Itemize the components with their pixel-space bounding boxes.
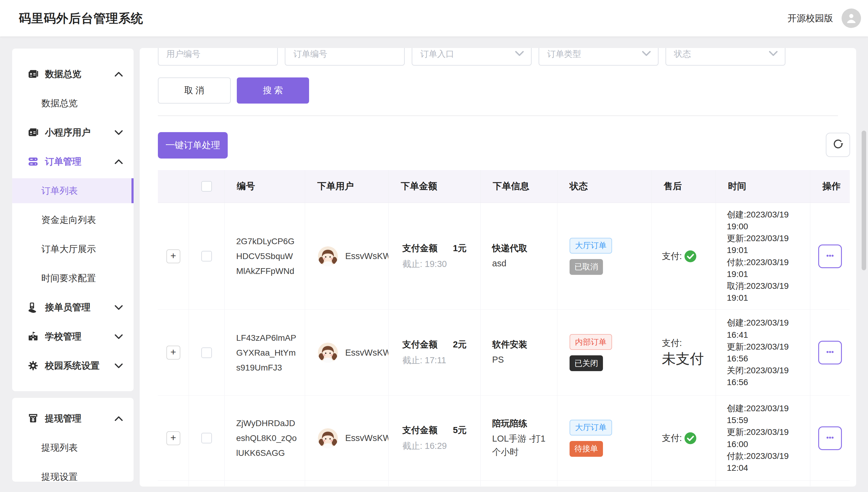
order-type-select[interactable]: 订单类型 [539,48,659,66]
sidebar-group-0[interactable]: 提现管理 [12,404,134,433]
order-id-input[interactable] [285,48,404,65]
row-checkbox[interactable] [201,433,212,443]
row-checkbox[interactable] [201,347,212,358]
info-desc: LOL手游 -打1个小时 [492,432,548,459]
atm-icon [27,413,39,424]
select-all-checkbox[interactable] [201,181,212,192]
more-actions-button[interactable] [818,341,842,365]
sidebar-item-label: 时间要求配置 [41,272,96,285]
order-info-cell: 软件安装 PS [481,310,557,396]
action-cell [810,396,850,481]
user-name: EssvWsKW [345,433,389,443]
sidebar-group-label: 小程序用户 [45,126,91,139]
user-id-input[interactable] [158,48,277,65]
scrollbar-thumb[interactable] [862,130,866,270]
sidebar-item-1[interactable]: 提现列表 [12,433,134,462]
expand-row-button[interactable]: + [167,249,180,263]
select-placeholder: 状态 [674,48,691,60]
partial-cell [652,481,716,486]
sidebar-item-7[interactable]: 时间要求配置 [12,264,134,293]
select-placeholder: 订单入口 [420,48,454,60]
aftersale-label: 支付: [662,432,682,444]
select-placeholder: 订单类型 [547,48,581,60]
order-amount-cell: 支付金额5元 截止: 16:29 [389,396,481,481]
more-actions-button[interactable] [818,245,842,268]
user-avatar[interactable] [842,8,861,28]
order-id-cell: 2G7kDLyCP6GHDCV5SbquWMlAkZFFpWNd [225,203,305,310]
expand-cell: + [158,310,189,396]
status-tag: 已关闭 [569,355,603,371]
time-entry: 创建:2023/03/19 19:00 [727,208,803,232]
amount-value: 1元 [453,242,467,254]
sidebar-group-10[interactable]: 校园系统设置 [12,351,134,380]
person-icon [845,11,858,25]
school-icon [27,331,39,342]
action-cell [810,203,850,310]
time-entry: 付款:2023/03/19 12:04 [727,450,803,474]
order-user-cell: EssvWsKW [305,310,389,396]
sidebar-withdraw: 提现管理 提现列表 提现设置 [12,398,134,482]
row-checkbox[interactable] [201,251,212,262]
more-icon [824,249,837,263]
avatar-girl-icon [318,246,338,266]
aftersale-value: 未支付 [662,350,704,368]
cancel-button[interactable]: 取 消 [158,77,231,103]
column-header: 下单金额 [389,170,481,203]
more-actions-button[interactable] [818,426,842,450]
order-user-cell: EssvWsKW [305,396,389,481]
info-title: 软件安装 [492,339,527,351]
page-title: 码里码外后台管理系统 [19,0,143,36]
order-amount-cell: 支付金额2元 截止: 17:11 [389,310,481,396]
chevron-down-icon [769,51,777,57]
expand-row-button[interactable]: + [167,431,180,445]
more-icon [824,346,837,360]
sidebar-group-9[interactable]: 学校管理 [12,322,134,351]
user-name: EssvWsKW [345,348,389,358]
sidebar-group-2[interactable]: 小程序用户 [12,118,134,147]
avatar-girl-icon [318,343,338,363]
sidebar-item-label: 订单列表 [41,184,78,197]
main-panel: 订单入口 订单类型 状态 取 消 搜 索 一键订单处理 编号下单用户下单金额下单… [140,48,856,487]
sidebar-item-2[interactable]: 提现设置 [12,462,134,482]
id-card-icon [27,127,39,138]
deadline: 截止: 16:29 [402,440,467,452]
amount-value: 2元 [453,339,467,351]
order-info-cell: 快递代取 asd [481,203,557,310]
order-id-input-box [285,48,405,66]
time-entry: 创建:2023/03/19 16:41 [727,317,803,341]
sidebar-item-5[interactable]: 资金走向列表 [12,205,134,235]
sidebar-item-6[interactable]: 订单大厅展示 [12,235,134,264]
time-entry: 更新:2023/03/19 16:00 [727,426,803,450]
chevron-down-icon [115,305,123,310]
search-button[interactable]: 搜 索 [237,77,309,103]
sidebar-group-0[interactable]: 数据总览 [12,59,134,89]
user-id-input-box [158,48,278,66]
sidebar-group-8[interactable]: 接单员管理 [12,293,134,322]
order-entry-select[interactable]: 订单入口 [412,48,532,66]
bulk-process-button[interactable]: 一键订单处理 [158,132,228,158]
time-entry: 更新:2023/03/19 19:01 [727,232,803,256]
expand-row-button[interactable]: + [167,346,180,360]
expand-cell: + [158,396,189,481]
version-label: 开源校园版 [788,0,833,36]
time-entry: 取消:2023/03/19 19:01 [727,280,803,304]
deadline: 截止: 19:30 [402,258,467,270]
sidebar-group-3[interactable]: 订单管理 [12,147,134,176]
partial-cell [810,481,850,486]
time-entry: 更新:2023/03/19 16:56 [727,341,803,365]
sidebar-item-label: 资金走向列表 [41,214,96,226]
aftersale-cell: 支付: [652,396,716,481]
time-cell: 创建:2023/03/19 19:00更新:2023/03/19 19:01付款… [716,203,810,310]
sidebar-item-4[interactable]: 订单列表 [12,178,134,203]
status-select[interactable]: 状态 [665,48,785,66]
chevron-down-icon [515,51,524,57]
sidebar-group-label: 接单员管理 [45,301,91,314]
paid-check-icon [684,250,696,263]
order-info-cell: 陪玩陪练 LOL手游 -打1个小时 [481,396,557,481]
column-header: 时间 [716,170,810,203]
chevron-down-icon [115,335,123,339]
sidebar-item-1[interactable]: 数据总览 [12,89,134,118]
refresh-button[interactable] [826,133,850,157]
checkbox-cell [189,396,225,481]
partial-cell [225,481,305,486]
